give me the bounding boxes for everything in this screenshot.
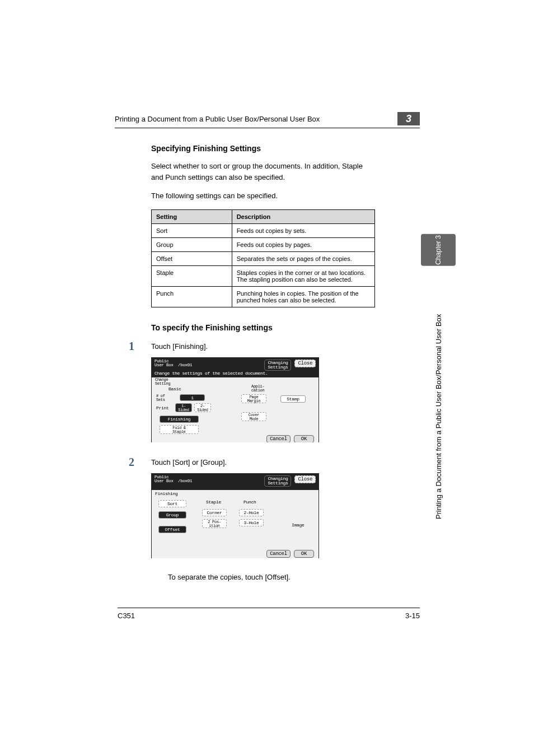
print-label: Print: [156, 405, 169, 410]
section-heading-2: To specify the Finishing settings: [151, 323, 375, 332]
close-button[interactable]: Close: [294, 475, 316, 483]
changing-settings-button[interactable]: Changing Settings: [264, 475, 291, 487]
touchscreen-screenshot-1: Public User Box /box01 Changing Settings…: [151, 357, 319, 442]
image-label: Image: [292, 522, 305, 528]
intro-paragraph-2: The following settings can be specified.: [151, 190, 375, 202]
intro-paragraph-1: Select whether to sort or group the docu…: [151, 161, 375, 183]
finishing-button[interactable]: Finishing: [160, 416, 199, 423]
cover-mode-button[interactable]: Cover Mode: [241, 412, 266, 421]
two-sided-button[interactable]: 2- Sided: [194, 403, 211, 412]
table-row: StapleStaples copies in the corner or at…: [152, 265, 375, 286]
side-tab: Chapter 3 Printing a Document from a Pub…: [421, 234, 456, 519]
ss-subtitle: Change the settings of the selected docu…: [151, 371, 319, 377]
corner-button[interactable]: Corner: [202, 509, 227, 516]
ss-box-path: /box01: [178, 363, 192, 367]
step-number: 1: [129, 340, 151, 353]
table-head-setting: Setting: [152, 209, 232, 223]
page-margin-button[interactable]: Page Margin: [241, 394, 266, 403]
punch-label: Punch: [243, 500, 256, 505]
table-row: OffsetSeparates the sets or pages of the…: [152, 251, 375, 265]
table-row: GroupFeeds out copies by pages.: [152, 237, 375, 251]
table-row: SortFeeds out copies by sets.: [152, 223, 375, 237]
num-sets-label: # of Sets: [156, 394, 165, 402]
chapter-number-box: 3: [397, 112, 420, 125]
table-row: PunchPunching holes in copies. The posit…: [152, 286, 375, 307]
offset-button[interactable]: Offset: [158, 526, 186, 533]
fold-staple-button[interactable]: Fold & Staple: [160, 425, 199, 434]
basic-label: Basic: [168, 386, 181, 391]
settings-table: Setting Description SortFeeds out copies…: [151, 209, 375, 307]
ss-box-path: /box01: [178, 479, 192, 483]
ss-title-line-2: User Box: [154, 363, 174, 367]
running-header: Printing a Document from a Public User B…: [115, 112, 420, 128]
side-chapter-title: Printing a Document from a Public User B…: [434, 273, 443, 519]
ss-title-line-2: User Box: [154, 479, 174, 483]
three-hole-button[interactable]: 3-Hole: [239, 519, 264, 526]
running-title: Printing a Document from a Public User B…: [115, 115, 320, 123]
two-hole-button[interactable]: 2-Hole: [239, 509, 264, 516]
finishing-tab[interactable]: Finishing: [155, 491, 178, 496]
change-setting-tab[interactable]: Change Setting: [155, 378, 170, 386]
application-label: Appli- cation: [251, 385, 264, 393]
step-note: To separate the copies, touch [Offset].: [168, 572, 375, 583]
section-heading: Specifying Finishing Settings: [151, 144, 375, 153]
side-chapter-chip: Chapter 3: [421, 234, 456, 266]
footer-model: C351: [118, 612, 135, 620]
table-head-description: Description: [232, 209, 374, 223]
ok-button[interactable]: OK: [294, 435, 314, 442]
group-button[interactable]: Group: [158, 511, 186, 519]
two-position-button[interactable]: 2 Pos- ition: [202, 519, 227, 528]
step-1: 1 Touch [Finishing].: [129, 340, 375, 353]
num-sets-value[interactable]: 1: [180, 394, 205, 401]
touchscreen-screenshot-2: Public User Box /box01 Changing Settings…: [151, 473, 319, 558]
step-text: Touch [Sort] or [Group].: [151, 456, 227, 469]
cancel-button[interactable]: Cancel: [266, 550, 291, 558]
stamp-button[interactable]: Stamp: [280, 395, 306, 403]
changing-settings-button[interactable]: Changing Settings: [264, 360, 291, 371]
page-footer: C351 3-15: [118, 608, 420, 620]
step-2: 2 Touch [Sort] or [Group].: [129, 456, 375, 469]
step-text: Touch [Finishing].: [151, 340, 208, 353]
sort-button[interactable]: Sort: [158, 500, 186, 507]
cancel-button[interactable]: Cancel: [266, 435, 291, 442]
staple-label: Staple: [206, 500, 221, 505]
footer-page-number: 3-15: [405, 612, 420, 620]
close-button[interactable]: Close: [294, 360, 316, 367]
step-number: 2: [129, 456, 151, 469]
one-sided-button[interactable]: 1- Sided: [175, 403, 192, 412]
ok-button[interactable]: OK: [294, 550, 314, 558]
